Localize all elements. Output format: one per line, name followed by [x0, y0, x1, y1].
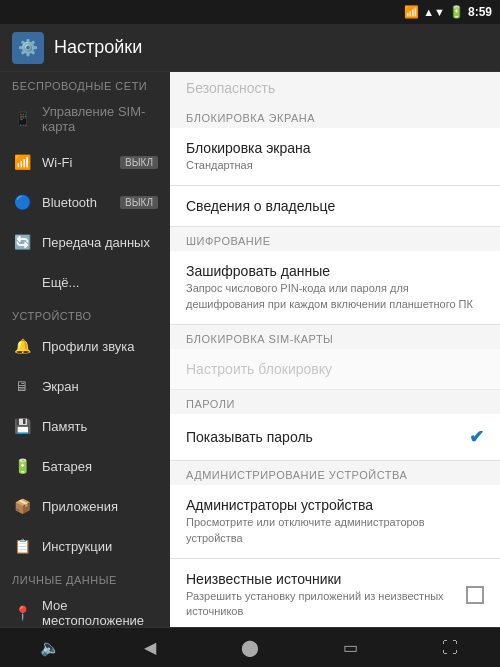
more-icon: [12, 272, 32, 292]
content-item-device-admin[interactable]: Администраторы устройства Просмотрите ил…: [170, 485, 500, 559]
section-label-wireless: БЕСПРОВОДНЫЕ СЕТИ: [0, 72, 170, 96]
content-top-title: Безопасность: [170, 72, 500, 104]
sim-lock-title: Настроить блокировку: [186, 361, 484, 377]
encrypt-subtitle: Запрос числового PIN-кода или пароля для…: [186, 281, 484, 312]
sidebar-item-label-sound: Профили звука: [42, 339, 158, 354]
unknown-sources-checkbox[interactable]: [466, 586, 484, 604]
time-display: 8:59: [468, 5, 492, 19]
sidebar-item-label-data: Передача данных: [42, 235, 158, 250]
sidebar-item-label-sim: Управление SIM-карта: [42, 104, 158, 134]
sidebar-item-bluetooth[interactable]: 🔵 Bluetooth ВЫКЛ: [0, 182, 170, 222]
screen-lock-title: Блокировка экрана: [186, 140, 484, 156]
content-section-passwords: ПАРОЛИ: [170, 390, 500, 414]
content-area: Безопасность БЛОКИРОВКА ЭКРАНА Блокировк…: [170, 72, 500, 627]
settings-app-icon: ⚙️: [12, 32, 44, 64]
memory-icon: 💾: [12, 416, 32, 436]
unknown-sources-subtitle: Разрешить установку приложений из неизве…: [186, 589, 466, 620]
sidebar-item-instructions[interactable]: 📋 Инструкции: [0, 526, 170, 566]
sidebar-item-display[interactable]: 🖥 Экран: [0, 366, 170, 406]
battery-sidebar-icon: 🔋: [12, 456, 32, 476]
back-button[interactable]: ◀: [120, 628, 180, 668]
data-icon: 🔄: [12, 232, 32, 252]
content-item-unknown-sources[interactable]: Неизвестные источники Разрешить установк…: [170, 559, 500, 627]
expand-button[interactable]: ⛶: [420, 628, 480, 668]
section-label-device: УСТРОЙСТВО: [0, 302, 170, 326]
sound-icon: 🔔: [12, 336, 32, 356]
signal-icon: 📶: [404, 5, 419, 19]
content-item-owner-info[interactable]: Сведения о владельце: [170, 186, 500, 227]
section-label-personal: ЛИЧНЫЕ ДАННЫЕ: [0, 566, 170, 590]
page-title: Настройки: [54, 37, 142, 58]
encrypt-title: Зашифровать данные: [186, 263, 484, 279]
content-item-show-password[interactable]: Показывать пароль ✔: [170, 414, 500, 461]
sidebar-item-label-instructions: Инструкции: [42, 539, 158, 554]
screen-lock-subtitle: Стандартная: [186, 158, 484, 173]
recent-button[interactable]: ▭: [320, 628, 380, 668]
sidebar-item-wifi[interactable]: 📶 Wi-Fi ВЫКЛ: [0, 142, 170, 182]
device-admin-subtitle: Просмотрите или отключите администраторо…: [186, 515, 484, 546]
instructions-icon: 📋: [12, 536, 32, 556]
status-icons: 📶 ▲▼ 🔋 8:59: [404, 5, 492, 19]
unknown-sources-title: Неизвестные источники: [186, 571, 466, 587]
content-section-encryption: ШИФРОВАНИЕ: [170, 227, 500, 251]
sidebar-item-battery[interactable]: 🔋 Батарея: [0, 446, 170, 486]
sim-icon: 📱: [12, 109, 32, 129]
sidebar-item-data[interactable]: 🔄 Передача данных: [0, 222, 170, 262]
sidebar-item-label-apps: Приложения: [42, 499, 158, 514]
content-item-sim-lock: Настроить блокировку: [170, 349, 500, 390]
title-bar: ⚙️ Настройки: [0, 24, 500, 72]
bluetooth-icon: 🔵: [12, 192, 32, 212]
sidebar-item-label-display: Экран: [42, 379, 158, 394]
sidebar-item-label-more: Ещё...: [42, 275, 158, 290]
sidebar-item-location[interactable]: 📍 Мое местоположение: [0, 590, 170, 627]
battery-icon: 🔋: [449, 5, 464, 19]
main-layout: БЕСПРОВОДНЫЕ СЕТИ 📱 Управление SIM-карта…: [0, 72, 500, 627]
sidebar-item-label-memory: Память: [42, 419, 158, 434]
sidebar-item-label-location: Мое местоположение: [42, 598, 158, 627]
sidebar-item-sound[interactable]: 🔔 Профили звука: [0, 326, 170, 366]
unknown-sources-row: Неизвестные источники Разрешить установк…: [186, 571, 484, 620]
bluetooth-toggle-badge: ВЫКЛ: [120, 196, 158, 209]
location-icon: 📍: [12, 603, 32, 623]
wifi-status-icon: ▲▼: [423, 6, 445, 18]
content-item-screen-lock[interactable]: Блокировка экрана Стандартная: [170, 128, 500, 186]
status-bar: 📶 ▲▼ 🔋 8:59: [0, 0, 500, 24]
show-password-checkmark: ✔: [469, 426, 484, 448]
apps-icon: 📦: [12, 496, 32, 516]
show-password-title: Показывать пароль: [186, 429, 313, 445]
nav-bar: 🔈 ◀ ⬤ ▭ ⛶: [0, 627, 500, 667]
sidebar-item-memory[interactable]: 💾 Память: [0, 406, 170, 446]
content-section-admin: АДМИНИСТРИРОВАНИЕ УСТРОЙСТВА: [170, 461, 500, 485]
sidebar-item-more[interactable]: Ещё...: [0, 262, 170, 302]
wifi-toggle-badge: ВЫКЛ: [120, 156, 158, 169]
sidebar-item-label-wifi: Wi-Fi: [42, 155, 110, 170]
sidebar-item-label-battery: Батарея: [42, 459, 158, 474]
content-section-sim-lock: БЛОКИРОВКА SIM-КАРТЫ: [170, 325, 500, 349]
sidebar-item-sim[interactable]: 📱 Управление SIM-карта: [0, 96, 170, 142]
sidebar: БЕСПРОВОДНЫЕ СЕТИ 📱 Управление SIM-карта…: [0, 72, 170, 627]
content-section-screen-lock: БЛОКИРОВКА ЭКРАНА: [170, 104, 500, 128]
owner-info-title: Сведения о владельце: [186, 198, 484, 214]
content-item-encrypt[interactable]: Зашифровать данные Запрос числового PIN-…: [170, 251, 500, 325]
sidebar-item-label-bluetooth: Bluetooth: [42, 195, 110, 210]
device-admin-title: Администраторы устройства: [186, 497, 484, 513]
wifi-icon: 📶: [12, 152, 32, 172]
display-icon: 🖥: [12, 376, 32, 396]
sidebar-item-apps[interactable]: 📦 Приложения: [0, 486, 170, 526]
show-password-row: Показывать пароль ✔: [186, 426, 484, 448]
volume-down-button[interactable]: 🔈: [20, 628, 80, 668]
home-button[interactable]: ⬤: [220, 628, 280, 668]
